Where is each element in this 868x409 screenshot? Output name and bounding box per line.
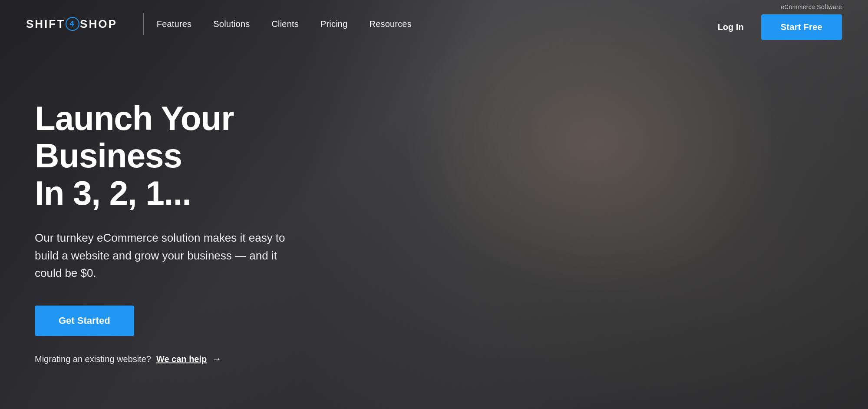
start-free-button[interactable]: Start Free [761,14,842,40]
hero-headline-line2: In 3, 2, 1... [35,174,191,212]
logo-suffix: SHOP [80,17,117,31]
nav-link-features[interactable]: Features [157,19,192,29]
migrate-static-text: Migrating an existing website? [35,354,151,364]
logo-number-circle: 4 [66,17,79,31]
migrate-link[interactable]: We can help [156,354,207,364]
logo-text: SHIFT 4 SHOP [26,17,117,31]
hero-headline: Launch Your Business In 3, 2, 1... [35,100,304,212]
hero-headline-line1: Launch Your Business [35,99,234,175]
nav-right-actions: Log In Start Free [718,14,842,40]
get-started-button[interactable]: Get Started [35,306,134,336]
hero-person-image [261,0,868,409]
nav-link-solutions[interactable]: Solutions [213,19,250,29]
hero-content: Launch Your Business In 3, 2, 1... Our t… [0,48,339,365]
nav-link-resources[interactable]: Resources [370,19,412,29]
migrate-row: Migrating an existing website? We can he… [35,353,304,365]
nav-link-clients[interactable]: Clients [271,19,299,29]
ecommerce-label: eCommerce Software [781,3,842,10]
nav-divider [143,13,144,35]
arrow-icon: → [212,353,221,365]
hero-subtext: Our turnkey eCommerce solution makes it … [35,229,304,282]
logo-prefix: SHIFT [26,17,65,31]
login-link[interactable]: Log In [718,22,744,32]
nav-links: Features Solutions Clients Pricing Resou… [157,19,718,29]
logo[interactable]: SHIFT 4 SHOP [26,17,117,31]
navbar: eCommerce Software SHIFT 4 SHOP Features… [0,0,868,48]
nav-link-pricing[interactable]: Pricing [320,19,348,29]
